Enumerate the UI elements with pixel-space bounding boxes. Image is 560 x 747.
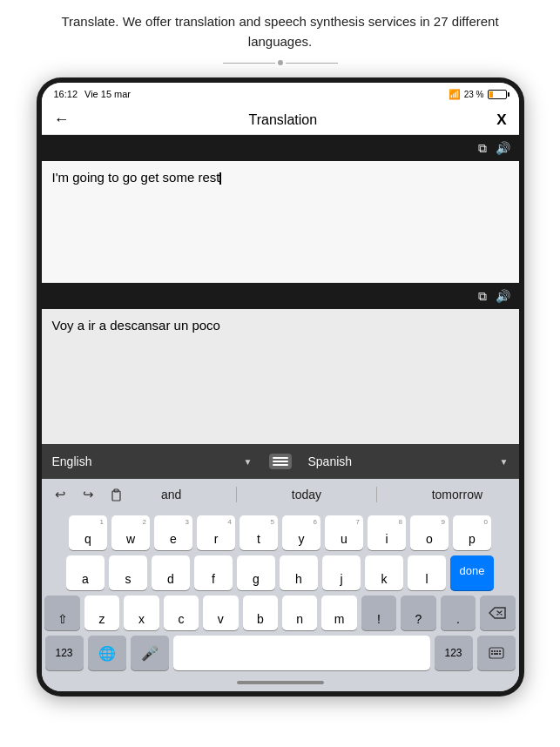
copy-output-icon[interactable]: ⧉ [478,289,487,304]
key-e[interactable]: 3e [154,515,192,550]
separator-2 [376,487,377,502]
key-j[interactable]: j [322,555,361,590]
paste-button[interactable] [103,479,131,510]
swap-languages-button[interactable] [263,444,298,479]
key-x[interactable]: x [124,596,159,630]
keyboard-switch-key[interactable] [477,636,516,670]
delete-icon [489,607,506,619]
device-frame: 16:12 Vie 15 mar 📶 23 % ← Translation X … [37,77,524,697]
source-text: I'm going to go get some rest [52,170,220,185]
key-v[interactable]: v [203,596,238,630]
autocomplete-word-3[interactable]: tomorrow [425,488,489,501]
key-y[interactable]: 6y [282,515,320,550]
target-language-label: Spanish [308,454,353,468]
delete-key[interactable] [480,596,515,630]
numbers-key[interactable]: 123 [45,636,84,670]
key-p[interactable]: 0p [453,515,491,550]
keyboard-row-1: 1q 2w 3e 4r 5t 6y 7u 8i 9o 0p [45,515,516,550]
source-text-area[interactable]: I'm going to go get some rest [42,161,519,283]
key-n[interactable]: n [282,596,317,630]
output-toolbar: ⧉ 🔊 [42,283,519,309]
battery-icon [488,90,507,99]
mic-key[interactable]: 🎤 [131,636,169,670]
key-i[interactable]: 8i [368,515,406,550]
nav-title: Translation [249,112,318,128]
key-t[interactable]: 5t [240,515,278,550]
target-chevron-icon: ▼ [500,457,509,467]
autocomplete-suggestions: and today tomorrow [131,487,514,502]
close-button[interactable]: X [496,111,506,129]
nav-bar: ← Translation X [42,105,519,135]
key-g[interactable]: g [237,555,275,590]
home-bar [42,674,519,691]
shift-key[interactable]: ⇧ [44,596,79,630]
svg-rect-3 [491,650,493,652]
translated-text: Voy a ir a descansar un poco [52,318,220,333]
speaker-icon[interactable]: 🔊 [496,141,510,155]
section-divider [223,60,338,65]
key-l[interactable]: l [408,555,446,590]
speaker-output-icon[interactable]: 🔊 [496,289,510,303]
status-date: Vie 15 mar [84,89,131,99]
redo-button[interactable]: ↪ [75,479,103,510]
back-button[interactable]: ← [54,111,70,129]
key-d[interactable]: d [152,555,190,590]
key-q[interactable]: 1q [69,515,107,550]
key-f[interactable]: f [194,555,233,590]
key-exclaim[interactable]: ! [361,596,396,630]
key-c[interactable]: c [164,596,199,630]
key-m[interactable]: m [321,596,356,630]
undo-button[interactable]: ↩ [47,479,75,510]
status-right: 📶 23 % [449,89,507,100]
keyboard-icon [489,647,504,659]
key-b[interactable]: b [243,596,278,630]
key-a[interactable]: a [66,555,105,590]
copy-icon[interactable]: ⧉ [478,141,487,156]
paste-icon [110,488,124,501]
svg-rect-7 [491,653,493,655]
svg-rect-8 [494,653,498,655]
status-bar: 16:12 Vie 15 mar 📶 23 % [42,83,519,105]
svg-rect-9 [499,653,501,655]
key-u[interactable]: 7u [325,515,363,550]
svg-rect-4 [494,650,496,652]
key-o[interactable]: 9o [410,515,449,550]
numbers-key-right[interactable]: 123 [435,636,473,670]
keyboard: 1q 2w 3e 4r 5t 6y 7u 8i 9o 0p a s d f g … [42,510,519,674]
key-s[interactable]: s [109,555,147,590]
autocomplete-row: ↩ ↪ and today tomorrow [42,479,519,510]
autocomplete-word-2[interactable]: today [285,488,328,501]
keyboard-row-3: ⇧ z x c v b n m ! ? . [45,596,516,630]
svg-rect-6 [499,650,501,652]
space-key[interactable] [173,636,430,670]
status-time: 16:12 [54,89,78,99]
source-language-selector[interactable]: English ▼ [42,454,263,468]
language-bar: English ▼ Spanish ▼ [42,444,519,479]
keyboard-row-4: 123 🌐 🎤 123 [45,636,516,670]
header-description: Translate. We offer translation and spee… [0,0,560,60]
status-left: 16:12 Vie 15 mar [54,89,132,99]
target-language-selector[interactable]: Spanish ▼ [298,454,519,468]
emoji-key[interactable]: 🌐 [88,636,126,670]
key-w[interactable]: 2w [111,515,150,550]
autocomplete-word-1[interactable]: and [154,488,188,501]
swap-icon [269,454,292,469]
device-screen: 16:12 Vie 15 mar 📶 23 % ← Translation X … [42,83,519,691]
key-period[interactable]: . [441,596,476,630]
key-question[interactable]: ? [401,596,435,630]
separator [236,487,237,502]
source-chevron-icon: ▼ [244,457,253,467]
key-k[interactable]: k [365,555,403,590]
keyboard-row-2: a s d f g h j k l done [45,555,516,590]
translated-text-area: Voy a ir a descansar un poco [42,309,519,444]
done-button[interactable]: done [450,555,494,590]
svg-rect-5 [496,650,498,652]
home-indicator [237,681,324,684]
key-h[interactable]: h [280,555,318,590]
input-toolbar: ⧉ 🔊 [42,135,519,161]
key-z[interactable]: z [84,596,119,630]
source-language-label: English [52,454,92,468]
key-r[interactable]: 4r [197,515,235,550]
svg-rect-0 [112,491,120,501]
wifi-icon: 📶 [449,89,461,100]
